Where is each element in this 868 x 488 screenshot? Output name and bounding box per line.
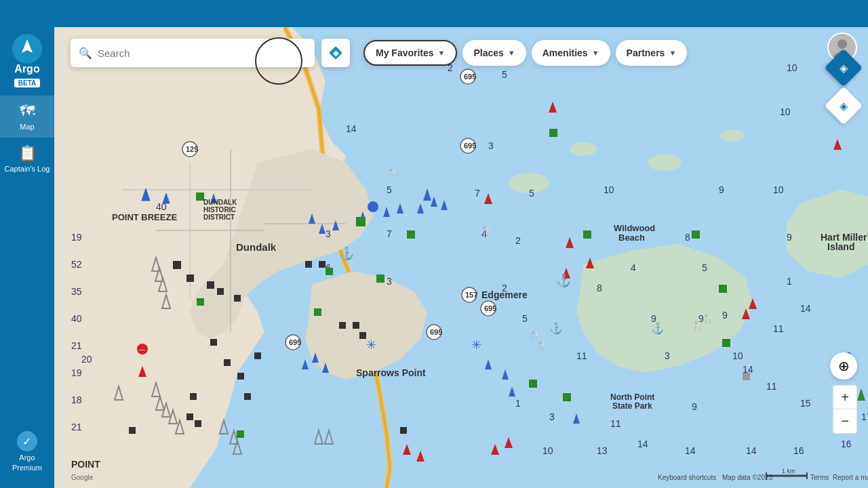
svg-text:✳: ✳ xyxy=(471,338,481,352)
map-icon: 🗺 xyxy=(20,102,35,120)
svg-rect-97 xyxy=(407,230,415,239)
svg-text:9: 9 xyxy=(787,232,792,243)
svg-text:52: 52 xyxy=(71,259,82,270)
svg-text:⚓: ⚓ xyxy=(556,273,572,288)
svg-text:9: 9 xyxy=(692,401,697,412)
zoom-out-button[interactable]: − xyxy=(833,409,857,434)
svg-rect-122 xyxy=(359,332,366,339)
svg-text:◈: ◈ xyxy=(332,49,339,57)
svg-text:Beach: Beach xyxy=(618,232,645,243)
svg-text:14: 14 xyxy=(346,123,357,134)
svg-text:695: 695 xyxy=(464,73,476,81)
sidebar-item-map[interactable]: 🗺 Map xyxy=(0,96,54,138)
svg-text:10: 10 xyxy=(773,184,784,195)
svg-text:15: 15 xyxy=(800,398,811,409)
svg-text:POINT: POINT xyxy=(71,459,100,470)
sidebar-item-captains-log[interactable]: 📋 Captain's Log xyxy=(0,138,54,180)
svg-text:18: 18 xyxy=(71,394,82,405)
svg-rect-120 xyxy=(339,322,346,329)
svg-text:Island: Island xyxy=(827,241,854,252)
app-logo: Argo xyxy=(12,34,42,75)
svg-text:11: 11 xyxy=(766,381,777,392)
svg-rect-100 xyxy=(692,230,700,239)
chart-icon: ◈ xyxy=(830,100,857,113)
svg-text:14: 14 xyxy=(637,439,648,449)
svg-rect-127 xyxy=(190,393,197,400)
chart-button[interactable]: ◈ xyxy=(825,87,863,125)
search-input[interactable] xyxy=(98,47,307,59)
svg-rect-106 xyxy=(237,430,244,438)
header-toolbar: 🔍 ◈ My Favorites ▼ Places ▼ Amenities ▼ … xyxy=(60,33,868,73)
svg-text:DISTRICT: DISTRICT xyxy=(203,214,235,221)
svg-rect-96 xyxy=(326,268,333,275)
svg-text:Map data ©2023: Map data ©2023 xyxy=(722,474,773,481)
svg-rect-125 xyxy=(186,413,193,420)
svg-point-10 xyxy=(720,129,745,142)
navigate-icon-button[interactable]: ◈ xyxy=(321,39,350,67)
zoom-in-button[interactable]: + xyxy=(833,385,857,409)
svg-text:10: 10 xyxy=(732,350,743,361)
map-controls: ◈ ◈ xyxy=(830,54,857,119)
top-bar xyxy=(0,0,868,27)
my-favorites-button[interactable]: My Favorites ▼ xyxy=(363,40,457,66)
svg-text:HISTORIC: HISTORIC xyxy=(203,206,236,214)
svg-text:1 km: 1 km xyxy=(782,468,795,474)
svg-text:5: 5 xyxy=(522,313,528,324)
svg-text:1: 1 xyxy=(515,398,521,409)
svg-text:⚓: ⚓ xyxy=(339,246,355,261)
svg-text:POINT BREEZE: POINT BREEZE xyxy=(112,212,177,222)
svg-text:10: 10 xyxy=(604,184,614,195)
svg-text:⚓: ⚓ xyxy=(549,322,563,335)
svg-text:17: 17 xyxy=(861,411,868,422)
nav-buttons: My Favorites ▼ Places ▼ Amenities ▼ Part… xyxy=(363,40,687,66)
argo-premium-button[interactable]: ✓ Argo Premium xyxy=(12,426,42,477)
svg-text:Google: Google xyxy=(71,474,94,481)
map-container[interactable]: 2 5 10 10 10 9 10 5 9 8 4 5 9 9 8 2 5 10… xyxy=(54,27,868,488)
svg-text:3: 3 xyxy=(665,350,670,361)
svg-text:3: 3 xyxy=(326,228,331,239)
location-button[interactable]: ⊕ xyxy=(830,352,857,380)
svg-rect-98 xyxy=(549,129,557,137)
svg-text:—: — xyxy=(139,346,145,353)
navigation-diamond-icon: ◈ xyxy=(328,45,343,60)
svg-rect-99 xyxy=(583,230,591,239)
svg-text:16: 16 xyxy=(841,439,852,449)
svg-text:2: 2 xyxy=(515,235,521,246)
svg-text:13: 13 xyxy=(597,445,608,456)
svg-rect-113 xyxy=(210,339,217,346)
layer-toggle-button[interactable]: ◈ xyxy=(825,49,863,87)
zoom-controls: + − xyxy=(833,385,857,434)
svg-text:5: 5 xyxy=(529,188,534,199)
svg-text:⚓: ⚓ xyxy=(651,322,665,335)
svg-text:8: 8 xyxy=(685,232,690,243)
my-favorites-label: My Favorites xyxy=(376,47,434,58)
svg-rect-115 xyxy=(237,373,244,380)
svg-text:5: 5 xyxy=(387,184,392,195)
sidebar: Argo BETA 🗺 Map 📋 Captain's Log ✓ Argo P… xyxy=(0,27,54,488)
svg-text:3: 3 xyxy=(387,276,392,287)
svg-rect-108 xyxy=(173,261,181,269)
svg-text:21: 21 xyxy=(71,340,82,351)
partners-button[interactable]: Partners ▼ xyxy=(616,40,688,66)
amenities-button[interactable]: Amenities ▼ xyxy=(532,40,610,66)
premium-label: Argo xyxy=(19,453,35,462)
search-box[interactable]: 🔍 xyxy=(71,39,315,67)
captains-log-icon: 📋 xyxy=(18,144,37,162)
svg-text:✳: ✳ xyxy=(366,338,376,352)
sidebar-item-map-label: Map xyxy=(20,123,34,131)
svg-text:695: 695 xyxy=(430,328,442,336)
svg-rect-118 xyxy=(305,261,312,268)
svg-text:10: 10 xyxy=(542,445,553,456)
svg-text:Dundalk: Dundalk xyxy=(236,241,277,253)
amenities-arrow: ▼ xyxy=(592,49,599,57)
app-name: Argo xyxy=(14,64,39,75)
sidebar-bottom: ✓ Argo Premium xyxy=(0,426,54,488)
svg-text:157: 157 xyxy=(465,291,477,299)
svg-text:Keyboard shortcuts: Keyboard shortcuts xyxy=(658,474,716,481)
svg-rect-110 xyxy=(207,281,214,289)
svg-rect-126 xyxy=(195,420,201,427)
svg-rect-111 xyxy=(217,288,224,295)
svg-text:695: 695 xyxy=(464,142,476,150)
places-button[interactable]: Places ▼ xyxy=(462,40,526,66)
partners-label: Partners xyxy=(627,47,665,58)
